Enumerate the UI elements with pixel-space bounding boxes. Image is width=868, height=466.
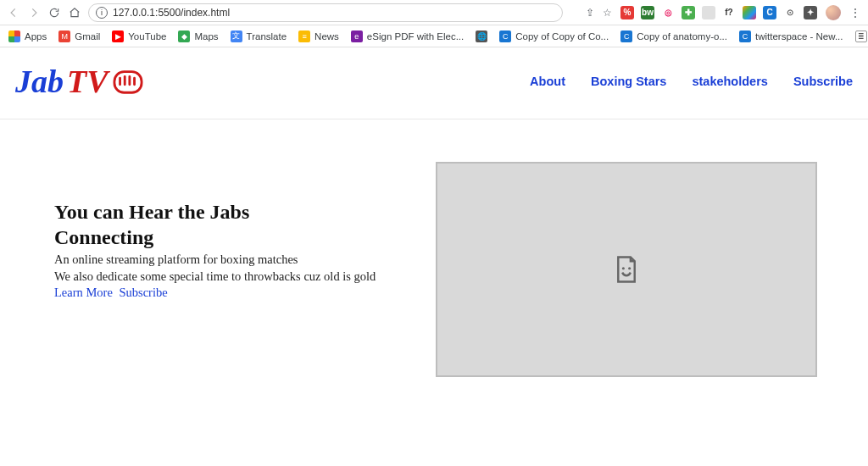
hero-heading-line2: Connecting: [54, 226, 153, 248]
reading-list-icon: ≣: [855, 31, 867, 42]
subscribe-link[interactable]: Subscribe: [119, 286, 167, 299]
extension-icon[interactable]: ✦: [804, 6, 817, 19]
browser-toolbar: i 127.0.0.1:5500/index.html ⇪ ☆ %bw◎✚f?C…: [0, 0, 868, 25]
broken-image-icon: [614, 255, 639, 284]
extension-icon[interactable]: f?: [722, 6, 736, 19]
hero-p1: An online streaming platform for boxing …: [54, 252, 393, 269]
bookmark-icon: e: [351, 31, 363, 42]
bookmarks-bar: Apps MGmail▶YouTube◆Maps文Translate≡Newse…: [0, 25, 868, 47]
bookmark-icon: C: [499, 31, 511, 42]
logo-text-tv: TV: [67, 63, 108, 100]
nav-about[interactable]: About: [530, 75, 565, 88]
bookmark-icon: 🌐: [476, 31, 487, 42]
bookmark-icon: ◆: [178, 31, 190, 42]
bookmark-icon: C: [620, 31, 632, 42]
forward-button[interactable]: [27, 6, 41, 19]
svg-rect-0: [114, 72, 142, 93]
bookmark-item[interactable]: CCopy of Copy of Co...: [499, 31, 609, 42]
nav-stakeholders[interactable]: stakeholders: [692, 75, 767, 88]
bookmark-item[interactable]: MGmail: [58, 31, 100, 42]
bookmark-icon: ≡: [298, 31, 310, 42]
back-button[interactable]: [7, 6, 20, 19]
hero-heading: You can Hear the Jabs Connecting: [54, 199, 393, 250]
bookmark-label: Copy of Copy of Co...: [515, 31, 609, 42]
svg-point-2: [628, 267, 631, 269]
hero-text: You can Hear the Jabs Connecting An onli…: [54, 162, 393, 302]
bookmark-icon: 文: [231, 31, 242, 42]
bookmark-label: eSign PDF with Elec...: [367, 31, 464, 42]
bookmark-label: Copy of anatomy-o...: [637, 31, 727, 42]
reading-list-button[interactable]: ≣ Reading list: [855, 31, 868, 42]
svg-point-1: [622, 267, 625, 269]
extension-icon[interactable]: %: [620, 6, 634, 19]
site-header: JabTV About Boxing Stars stakeholders Su…: [0, 47, 868, 119]
bookmark-star-icon[interactable]: ☆: [603, 7, 612, 19]
site-logo[interactable]: JabTV: [15, 63, 144, 100]
bookmark-icon: ▶: [112, 31, 124, 42]
bookmark-label: News: [314, 31, 339, 42]
extension-icon[interactable]: C: [763, 6, 776, 19]
logo-text-jab: Jab: [15, 63, 64, 100]
address-bar[interactable]: i 127.0.0.1:5500/index.html: [88, 3, 563, 22]
bookmark-label: YouTube: [128, 31, 166, 42]
bookmark-item[interactable]: ≡News: [298, 31, 339, 42]
apps-shortcut[interactable]: Apps: [8, 31, 47, 42]
page-content: JabTV About Boxing Stars stakeholders Su…: [0, 47, 868, 466]
bookmark-item[interactable]: CCopy of anatomy-o...: [620, 31, 727, 42]
bookmark-label: Gmail: [75, 31, 100, 42]
bookmark-icon: C: [739, 31, 751, 42]
profile-avatar[interactable]: [826, 5, 841, 20]
bookmark-label: Translate: [247, 31, 287, 42]
bookmark-label: Maps: [194, 31, 218, 42]
apps-label: Apps: [25, 31, 47, 42]
hero-p2: We also dedicate some special time to th…: [54, 269, 393, 286]
share-icon[interactable]: ⇪: [586, 7, 594, 19]
bookmark-item[interactable]: ▶YouTube: [112, 31, 166, 42]
fist-icon: [112, 67, 144, 96]
url-text: 127.0.0.1:5500/index.html: [113, 7, 230, 19]
chrome-menu-icon[interactable]: ⋮: [849, 6, 861, 19]
learn-more-link[interactable]: Learn More: [54, 286, 113, 299]
bookmark-label: twitterspace - New...: [755, 31, 843, 42]
extension-icon[interactable]: [702, 6, 715, 19]
extension-icon[interactable]: ✚: [682, 6, 695, 19]
bookmark-item[interactable]: Ctwitterspace - New...: [739, 31, 843, 42]
main-nav: About Boxing Stars stakeholders Subscrib…: [530, 75, 853, 88]
extension-icon[interactable]: ⊙: [783, 6, 797, 19]
hero-image-placeholder: [436, 162, 817, 377]
nav-subscribe[interactable]: Subscribe: [793, 75, 853, 88]
bookmark-icon: M: [58, 31, 70, 42]
bookmark-item[interactable]: eeSign PDF with Elec...: [351, 31, 464, 42]
extension-icon[interactable]: [743, 6, 756, 19]
bookmark-item[interactable]: ◆Maps: [178, 31, 218, 42]
home-button[interactable]: [68, 6, 81, 19]
hero-heading-line1: You can Hear the Jabs: [54, 201, 249, 223]
hero-section: You can Hear the Jabs Connecting An onli…: [0, 119, 868, 377]
extension-icon[interactable]: ◎: [661, 6, 675, 19]
nav-boxing-stars[interactable]: Boxing Stars: [591, 75, 666, 88]
bookmark-item[interactable]: 🌐: [476, 31, 487, 42]
site-info-icon[interactable]: i: [96, 7, 108, 19]
reload-button[interactable]: [47, 6, 61, 19]
bookmark-item[interactable]: 文Translate: [231, 31, 287, 42]
extension-icon[interactable]: bw: [641, 6, 654, 19]
apps-icon: [8, 31, 20, 42]
